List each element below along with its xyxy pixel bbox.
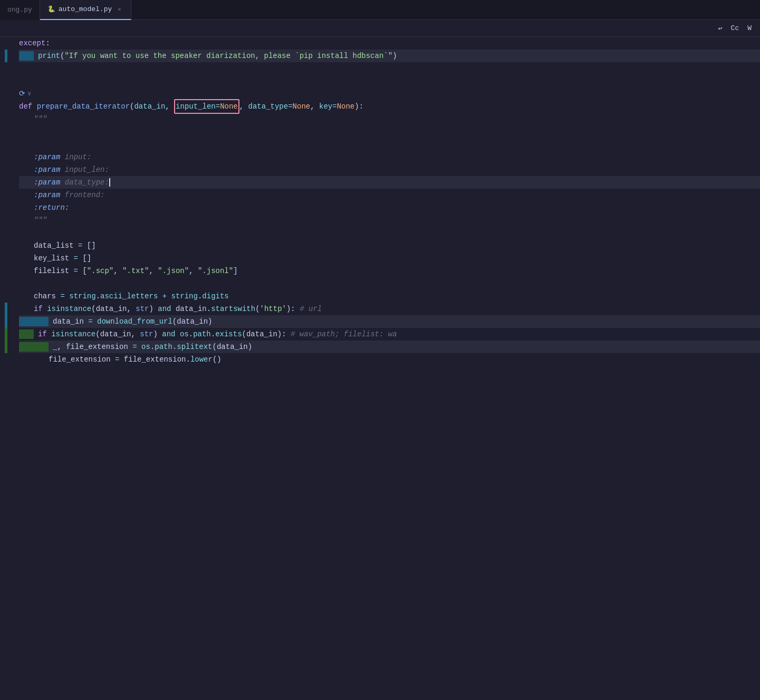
str-http: 'http'	[260, 303, 286, 315]
tab-auto-model-py[interactable]: 🐍 auto_model.py ✕	[40, 0, 131, 20]
doc-param-data-type-text: data_type:	[60, 176, 109, 189]
var-filelist: filelist	[34, 265, 69, 277]
str-jsonl: ".jsonl"	[198, 265, 233, 277]
doc-param-frontend-text: frontend:	[60, 189, 104, 201]
var-file-extension-3: file_extension	[124, 353, 186, 366]
isinstance-call-2: isinstance	[51, 328, 95, 341]
attr-path: path	[193, 328, 211, 341]
code-content[interactable]: except: print("If you want to use the sp…	[13, 37, 760, 700]
tab-auto-model-py-label: auto_model.py	[59, 5, 112, 13]
gutter-item-4	[0, 75, 13, 88]
tab-close-button[interactable]: ✕	[115, 5, 123, 14]
doc-param-data-type-keyword: :param	[34, 176, 60, 189]
attr-ascii-letters: ascii_letters	[100, 290, 158, 303]
print-function: print	[38, 50, 60, 62]
comment-wav-path: # wav_path; filelist: wa	[286, 328, 397, 341]
var-data-in-3: data_in	[177, 315, 208, 328]
code-line-file-ext-lower: file_extension = file_extension.lower()	[19, 353, 760, 366]
doc-param-input-text: input:	[60, 151, 91, 163]
gutter-item-17	[0, 239, 13, 252]
side-gutter	[0, 37, 13, 700]
var-data-list: data_list	[34, 239, 74, 252]
gutter-item-5	[0, 88, 13, 100]
code-line-empty-1	[19, 62, 760, 75]
gutter-item-23	[0, 315, 13, 328]
code-line-gutter: ⟳∨	[19, 88, 760, 100]
str-scp: ".scp"	[87, 265, 113, 277]
keyword-if-1: if	[34, 303, 43, 315]
code-line-doc-empty-1	[19, 125, 760, 138]
gutter-item-13	[0, 189, 13, 201]
code-line-empty-2	[19, 75, 760, 88]
code-line-download: data_in = download_from_url(data_in)	[19, 315, 760, 328]
var-data-in-startswith: data_in	[176, 303, 207, 315]
code-area: except: print("If you want to use the sp…	[0, 37, 760, 700]
exists-call: exists	[215, 328, 242, 341]
lower-call: lower	[190, 353, 213, 366]
code-line-def: def prepare_data_iterator(data_in, input…	[19, 100, 760, 113]
startswith-call: startswith	[211, 303, 255, 315]
gutter-item-7	[0, 113, 13, 125]
attr-string-digits: string	[171, 290, 198, 303]
fold-icon[interactable]: ⟳	[19, 88, 25, 100]
var-file-extension-2: file_extension	[49, 353, 111, 366]
fold-chevron: ∨	[27, 88, 31, 100]
gutter-item-22	[0, 303, 13, 315]
download-from-url-call: download_from_url	[97, 315, 172, 328]
code-line-file-ext-split: _, file_extension = os.path.splitext(dat…	[19, 341, 760, 353]
code-line-empty-4	[19, 277, 760, 290]
code-line-docstring-open: """	[19, 113, 760, 125]
code-line-except: except:	[19, 37, 760, 50]
var-data-in-5: data_in	[246, 328, 277, 341]
var-data-in-6: data_in	[217, 341, 248, 353]
str-json: ".json"	[158, 265, 189, 277]
gutter-item-12	[0, 176, 13, 189]
code-line-param-input-len: :param input_len:	[19, 163, 760, 176]
attr-os: os	[180, 328, 189, 341]
undo-button[interactable]: ↩	[716, 23, 725, 34]
gutter-item-24	[0, 328, 13, 341]
word-wrap-button[interactable]: W	[745, 23, 754, 33]
toolbar: ↩ Cc W	[0, 20, 760, 37]
builtin-str-2: str	[140, 328, 153, 341]
attr-string-ascii: string	[69, 290, 95, 303]
gutter-item-26	[0, 353, 13, 366]
code-line-chars: chars = string.ascii_letters + string.di…	[19, 290, 760, 303]
docstring-open-quotes: """	[34, 113, 47, 125]
gutter-item-15	[0, 214, 13, 227]
doc-param-input-keyword: :param	[34, 151, 60, 163]
tab-ong-py[interactable]: ong.py	[0, 0, 40, 20]
case-toggle-button[interactable]: Cc	[729, 23, 742, 33]
print-string: "If you want to use the speaker diarizat…	[64, 50, 392, 62]
keyword-except: except	[19, 37, 45, 50]
var-file-extension-1: file_extension	[66, 341, 128, 353]
doc-param-input-len-keyword: :param	[34, 163, 60, 176]
attr-path-2: path	[155, 341, 172, 353]
gutter-item-20	[0, 277, 13, 290]
gutter-item-2	[0, 50, 13, 62]
comment-url: # url	[295, 303, 322, 315]
code-line-param-input: :param input:	[19, 151, 760, 163]
python-file-icon: 🐍	[47, 5, 55, 13]
gutter-item-19	[0, 265, 13, 277]
param-data-in: data_in	[134, 100, 165, 113]
attr-os-2: os	[141, 341, 150, 353]
code-line-empty-3	[19, 227, 760, 239]
gutter-item-14	[0, 201, 13, 214]
gutter-item-25	[0, 341, 13, 353]
cursor	[109, 178, 110, 187]
splitext-call: splitext	[177, 341, 212, 353]
gutter-item-16	[0, 227, 13, 239]
param-data-type: data_type	[248, 100, 288, 113]
code-line-key-list: key_list = []	[19, 252, 760, 265]
gutter-item-11	[0, 163, 13, 176]
code-line-doc-empty-2	[19, 138, 760, 151]
str-txt: ".txt"	[122, 265, 149, 277]
code-line-param-data-type: :param data_type:	[19, 176, 760, 189]
gutter-item-9	[0, 138, 13, 151]
var-data-in-4: data_in	[100, 328, 131, 341]
var-data-in-1: data_in	[96, 303, 127, 315]
builtin-str-1: str	[136, 303, 149, 315]
tab-bar: ong.py 🐍 auto_model.py ✕	[0, 0, 760, 20]
code-line-data-list: data_list = []	[19, 239, 760, 252]
